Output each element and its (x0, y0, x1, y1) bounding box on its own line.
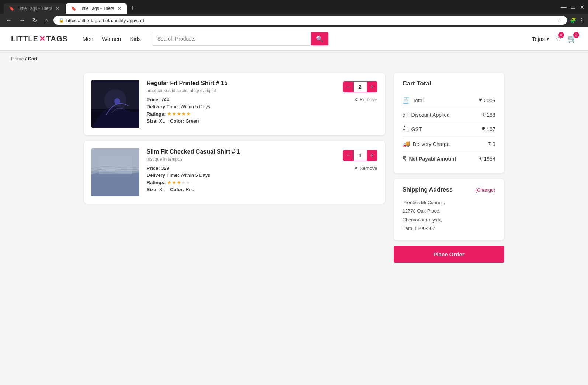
maximize-button[interactable]: ▭ (570, 4, 576, 11)
close-window-button[interactable]: ✕ (580, 4, 584, 11)
remove-button-2[interactable]: ✕ Remove (354, 165, 377, 171)
minimize-button[interactable]: — (561, 4, 567, 11)
table-row: Slim Fit Checked Casual Shirt # 1 tristi… (84, 141, 385, 204)
discount-label-text: Discount Applied (411, 112, 450, 118)
browser-tab-2[interactable]: 🔖 Little Tags - Theta ✕ (66, 3, 127, 14)
total-label-text: Total (413, 98, 424, 104)
nav-men[interactable]: Men (83, 36, 93, 42)
stars-empty-2: ★★ (181, 180, 190, 185)
reload-button[interactable]: ↻ (30, 16, 39, 25)
quantity-value-2: 1 (354, 153, 367, 158)
tab-close-2[interactable]: ✕ (117, 6, 122, 11)
discount-value: ₹ 188 (482, 112, 495, 118)
size-label-2: Size: (147, 187, 158, 192)
site-header: LITTLE ✕ TAGS Men Women Kids 🔍 Tejas ▾ ♡… (0, 27, 588, 51)
delivery-charge-label-text: Delivery Charge (413, 141, 450, 147)
tab-label-1: Little Tags - Theta (17, 6, 52, 11)
breadcrumb: Home / Cart (0, 51, 588, 67)
color-value-2: Red (185, 187, 194, 192)
receipt-icon: 🧾 (403, 97, 410, 104)
delivery-label-1: Delivery Time: (147, 104, 180, 109)
cart-item-ratings-1: Ratings: ★★★★★ (147, 111, 335, 117)
cart-item-info-1: Regular Fit Printed Shirt # 15 amet curs… (147, 80, 335, 125)
extensions-icon[interactable]: 🧩 (570, 17, 576, 23)
color-label-1: Color: (170, 118, 184, 124)
cart-item-info-2: Slim Fit Checked Casual Shirt # 1 tristi… (147, 148, 335, 194)
delivery-label: 🚚 Delivery Charge (403, 140, 450, 147)
discount-label: 🏷 Discount Applied (403, 112, 450, 118)
browser-tab-1[interactable]: 🔖 Little Tags - Theta ✕ (4, 3, 65, 14)
quantity-decrease-2[interactable]: − (343, 150, 354, 161)
main-content: Regular Fit Printed Shirt # 15 amet curs… (73, 67, 515, 277)
tax-icon: 🏛 (403, 126, 408, 133)
user-label: Tejas (532, 36, 545, 42)
back-button[interactable]: ← (4, 16, 14, 24)
remove-button-1[interactable]: ✕ Remove (354, 97, 377, 102)
place-order-button[interactable]: Place Order (394, 246, 504, 263)
svg-rect-8 (91, 148, 139, 196)
total-value: ₹ 2005 (479, 98, 495, 104)
breadcrumb-home[interactable]: Home (11, 56, 24, 62)
size-label-1: Size: (147, 118, 158, 124)
table-row: Regular Fit Printed Shirt # 15 amet curs… (84, 73, 385, 135)
qty-remove-2: − 1 + ✕ Remove (343, 148, 377, 171)
shipping-address-card: Shipping Address (Change) Prentiss McCon… (394, 179, 504, 240)
search-button[interactable]: 🔍 (311, 32, 328, 45)
price-label-1: Price: (147, 97, 160, 102)
remove-label-2: Remove (359, 165, 377, 171)
product-image-svg-1 (91, 80, 139, 128)
x-icon-1: ✕ (354, 97, 358, 102)
quantity-increase-1[interactable]: + (367, 82, 377, 92)
more-icon[interactable]: ⋮ (579, 17, 584, 23)
home-button[interactable]: ⌂ (42, 16, 51, 24)
logo-text-1: LITTLE (11, 35, 38, 43)
net-value: ₹ 1954 (479, 156, 495, 162)
cart-button[interactable]: 🛒 2 (568, 34, 577, 43)
stars-filled-2: ★★★ (167, 179, 181, 185)
wishlist-button[interactable]: ♡ 0 (555, 34, 562, 43)
quantity-control-2: − 1 + (343, 150, 377, 161)
cart-item-desc-2: tristique in tempus (147, 157, 335, 162)
quantity-decrease-1[interactable]: − (343, 82, 354, 92)
stars-filled-1: ★★★★ (167, 111, 186, 117)
breadcrumb-separator: / (25, 56, 28, 62)
logo[interactable]: LITTLE ✕ TAGS (11, 34, 68, 43)
change-address-button[interactable]: (Change) (475, 187, 495, 193)
product-image-1 (91, 80, 139, 128)
product-image-svg-2 (91, 148, 139, 196)
net-label-text: Net Payabl Amount (409, 156, 456, 162)
rupee-icon: ₹ (403, 155, 406, 162)
gst-label: 🏛 GST (403, 126, 422, 133)
total-row-delivery: 🚚 Delivery Charge ₹ 0 (403, 137, 495, 151)
ratings-label-1: Ratings: (147, 111, 166, 117)
search-input[interactable] (152, 33, 311, 45)
cart-total-card: Cart Total 🧾 Total ₹ 2005 🏷 Discount App… (394, 73, 504, 173)
delivery-label-2: Delivery Time: (147, 172, 180, 178)
net-label: ₹ Net Payabl Amount (403, 155, 456, 162)
nav-kids[interactable]: Kids (130, 36, 140, 42)
total-row-net: ₹ Net Payabl Amount ₹ 1954 (403, 151, 495, 166)
shipping-address-text: Prentiss McConnell, 12778 Oak Place, Che… (403, 198, 495, 233)
new-tab-button[interactable]: + (128, 3, 138, 14)
quantity-increase-2[interactable]: + (367, 150, 377, 161)
search-bar: 🔍 (152, 32, 329, 46)
user-menu-button[interactable]: Tejas ▾ (532, 35, 549, 42)
delivery-value-1: Within 5 Days (181, 104, 210, 109)
tag-icon: 🏷 (403, 112, 408, 118)
star-icon[interactable]: ☆ (557, 17, 562, 23)
shipping-header: Shipping Address (Change) (403, 186, 495, 193)
forward-button[interactable]: → (17, 16, 27, 24)
tab-close-1[interactable]: ✕ (55, 6, 60, 11)
cart-item-delivery-1: Delivery Time: Within 5 Days (147, 104, 335, 109)
address-bar[interactable]: https://little-tags-theta.netlify.app/ca… (66, 18, 555, 23)
tab-favicon-1: 🔖 (9, 6, 14, 11)
nav-women[interactable]: Women (102, 36, 121, 42)
product-image-2 (91, 148, 139, 196)
cart-badge: 2 (573, 32, 579, 38)
remove-label-1: Remove (359, 97, 377, 102)
star5-1: ★ (186, 111, 191, 117)
delivery-charge-value: ₹ 0 (488, 141, 495, 147)
quantity-control-1: − 2 + (343, 81, 377, 92)
price-value-1: 744 (161, 97, 169, 102)
x-icon-2: ✕ (354, 165, 358, 171)
